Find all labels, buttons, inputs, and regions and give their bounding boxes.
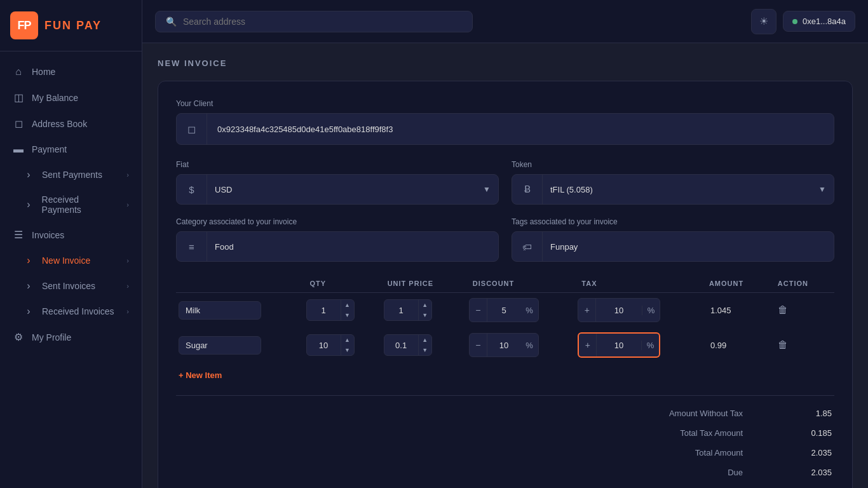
theme-toggle-button[interactable]: ☀: [751, 9, 776, 34]
tags-input[interactable]: [543, 232, 834, 261]
tax-cell-0: + %: [575, 293, 703, 328]
fiat-select-row: $ USD ▼: [176, 174, 499, 205]
qty-cell-1: ▲ ▼: [304, 327, 381, 363]
search-icon: 🔍: [166, 17, 177, 27]
invoice-table: QTY UNIT PRICE DISCOUNT TAX AMOUNT ACTIO…: [176, 274, 834, 363]
sidebar-item-invoices[interactable]: ☰Invoices: [0, 222, 142, 248]
sidebar-item-sent-payments[interactable]: ›Sent Payments›: [0, 162, 142, 187]
nav-arrow-received-invoices: ›: [126, 308, 129, 315]
nav-arrow-new-invoice: ›: [126, 257, 129, 264]
disc-pct-0: %: [520, 306, 538, 315]
wallet-address: 0xe1...8a4a: [803, 17, 846, 26]
col-action: ACTION: [771, 274, 834, 293]
category-input[interactable]: [207, 232, 498, 261]
col-qty: QTY: [304, 274, 381, 293]
nav-icon-payment: ▬: [13, 144, 24, 155]
sidebar-item-payment[interactable]: ▬Payment: [0, 137, 142, 162]
client-input-row: ◻: [176, 113, 834, 145]
sidebar-item-home[interactable]: ⌂Home: [0, 59, 142, 85]
sidebar-item-address-book[interactable]: ◻Address Book: [0, 111, 142, 137]
disc-minus-1[interactable]: −: [470, 334, 487, 356]
total-amount-row: Total Amount 2.035: [176, 443, 834, 463]
fiat-field: Fiat $ USD ▼: [176, 160, 499, 205]
add-item-button[interactable]: + New Item: [176, 363, 834, 388]
table-row: ▲ ▼ ▲ ▼ − % +: [176, 293, 834, 328]
tax-input-0[interactable]: [596, 302, 641, 319]
price-input-1[interactable]: [384, 337, 418, 354]
tax-pct-0: %: [642, 306, 660, 315]
desc-input-1[interactable]: [179, 336, 261, 355]
discount-cell-0: − %: [466, 293, 576, 328]
amount-value-1: 0.99: [705, 341, 731, 350]
sidebar-item-sent-invoices[interactable]: ›Sent Invoices›: [0, 273, 142, 299]
discount-input-1[interactable]: [487, 337, 520, 354]
tax-plus-0[interactable]: +: [578, 299, 596, 322]
delete-button-1[interactable]: 🗑: [774, 336, 792, 355]
qty-up-1[interactable]: ▲: [341, 335, 354, 345]
nav-label-sent-payments: Sent Payments: [42, 170, 102, 180]
qty-up-0[interactable]: ▲: [341, 300, 354, 310]
client-address-input[interactable]: [207, 114, 834, 144]
your-client-label: Your Client: [176, 99, 834, 108]
category-tags-row: Category associated to your invoice ≡ Ta…: [176, 217, 834, 262]
desc-input-0[interactable]: [179, 301, 261, 320]
price-cell-0: ▲ ▼: [381, 293, 466, 328]
price-input-0[interactable]: [384, 302, 418, 319]
sidebar-item-my-balance[interactable]: ◫My Balance: [0, 85, 142, 111]
totals-section: Amount Without Tax 1.85 Total Tax Amount…: [176, 403, 834, 482]
logo-area: FP FUN PAY: [0, 0, 142, 51]
disc-minus-0[interactable]: −: [470, 299, 487, 322]
nav-icon-received-payments: ›: [23, 199, 34, 210]
qty-input-1[interactable]: [307, 337, 341, 354]
new-invoice-form: Your Client ◻ Fiat $ USD ▼: [158, 81, 853, 488]
table-row: ▲ ▼ ▲ ▼ − % +: [176, 327, 834, 363]
sidebar-item-received-invoices[interactable]: ›Received Invoices›: [0, 299, 142, 324]
nav-label-sent-invoices: Sent Invoices: [42, 281, 95, 291]
tags-icon: 🏷: [512, 231, 543, 262]
nav-label-home: Home: [32, 67, 55, 77]
price-up-1[interactable]: ▲: [419, 335, 431, 345]
fiat-token-row: Fiat $ USD ▼ Token Ƀ tFIL (5.058): [176, 160, 834, 205]
search-box[interactable]: 🔍: [155, 11, 473, 32]
amount-cell-1: 0.99: [703, 327, 771, 363]
topbar: 🔍 ☀ 0xe1...8a4a: [142, 0, 868, 43]
tax-plus-1[interactable]: +: [579, 334, 597, 356]
token-field: Token Ƀ tFIL (5.058) ▼: [512, 160, 834, 205]
sidebar: FP FUN PAY ⌂Home◫My Balance◻Address Book…: [0, 0, 142, 488]
desc-cell-1: [176, 327, 304, 363]
nav-icon-sent-invoices: ›: [23, 280, 34, 292]
sidebar-item-my-profile[interactable]: ⚙My Profile: [0, 324, 142, 350]
wallet-button[interactable]: 0xe1...8a4a: [783, 11, 855, 32]
nav-label-new-invoice: New Invoice: [42, 255, 90, 266]
nav-icon-sent-payments: ›: [23, 169, 34, 180]
col-description: [176, 274, 304, 293]
price-down-1[interactable]: ▼: [419, 345, 431, 355]
wallet-status-dot: [792, 19, 797, 24]
tax-input-1[interactable]: [597, 337, 641, 354]
discount-input-0[interactable]: [487, 302, 520, 319]
search-input[interactable]: [183, 17, 462, 27]
qty-down-0[interactable]: ▼: [341, 310, 354, 320]
tags-label: Tags associated to your invoice: [512, 217, 834, 226]
nav-icon-my-profile: ⚙: [13, 331, 24, 343]
sidebar-item-new-invoice[interactable]: ›New Invoice›: [0, 248, 142, 273]
price-cell-1: ▲ ▼: [381, 327, 466, 363]
tax-pct-1: %: [641, 341, 660, 350]
nav-arrow-sent-invoices: ›: [126, 282, 129, 290]
qty-down-1[interactable]: ▼: [341, 345, 354, 355]
due-value: 2.035: [794, 468, 832, 477]
sidebar-item-received-payments[interactable]: ›Received Payments›: [0, 187, 142, 222]
delete-button-0[interactable]: 🗑: [774, 301, 792, 320]
qty-input-0[interactable]: [307, 302, 341, 319]
client-icon: ◻: [177, 114, 207, 144]
fiat-icon: $: [177, 174, 207, 205]
fiat-select[interactable]: USD: [207, 175, 483, 204]
token-select[interactable]: tFIL (5.058): [543, 175, 818, 204]
due-row: Due 2.035: [176, 463, 834, 482]
nav-icon-address-book: ◻: [13, 118, 24, 130]
nav-icon-new-invoice: ›: [23, 255, 34, 266]
desc-cell-0: [176, 293, 304, 328]
price-down-0[interactable]: ▼: [419, 310, 431, 320]
nav-icon-received-invoices: ›: [23, 306, 34, 317]
price-up-0[interactable]: ▲: [419, 300, 431, 310]
